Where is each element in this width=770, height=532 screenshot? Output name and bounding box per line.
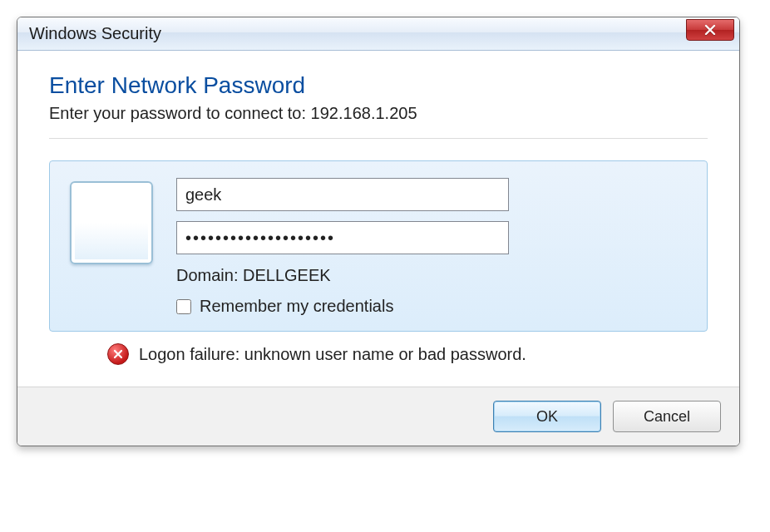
window-title: Windows Security [29, 24, 161, 43]
error-message-row: Logon failure: unknown user name or bad … [49, 332, 708, 370]
credential-fields: Domain: DELLGEEK Remember my credentials [176, 178, 687, 316]
dialog-footer: OK Cancel [17, 387, 739, 446]
domain-label: Domain: DELLGEEK [176, 266, 687, 285]
close-icon [704, 24, 716, 36]
cancel-button[interactable]: Cancel [613, 401, 721, 432]
error-icon [107, 343, 129, 365]
titlebar: Windows Security [17, 17, 739, 51]
remember-credentials-row[interactable]: Remember my credentials [176, 297, 687, 316]
password-input[interactable] [176, 221, 509, 254]
close-button[interactable] [686, 19, 734, 41]
credentials-panel: Domain: DELLGEEK Remember my credentials [49, 160, 708, 332]
dialog-subtext: Enter your password to connect to: 192.1… [49, 104, 708, 123]
ok-button[interactable]: OK [493, 401, 601, 432]
user-avatar-icon [70, 181, 153, 264]
divider [49, 138, 708, 139]
remember-checkbox[interactable] [176, 299, 191, 314]
error-message: Logon failure: unknown user name or bad … [139, 345, 526, 364]
remember-label: Remember my credentials [200, 297, 393, 316]
dialog-heading: Enter Network Password [49, 72, 708, 99]
username-input[interactable] [176, 178, 509, 211]
dialog-content: Enter Network Password Enter your passwo… [17, 51, 739, 387]
security-dialog: Windows Security Enter Network Password … [17, 17, 740, 446]
